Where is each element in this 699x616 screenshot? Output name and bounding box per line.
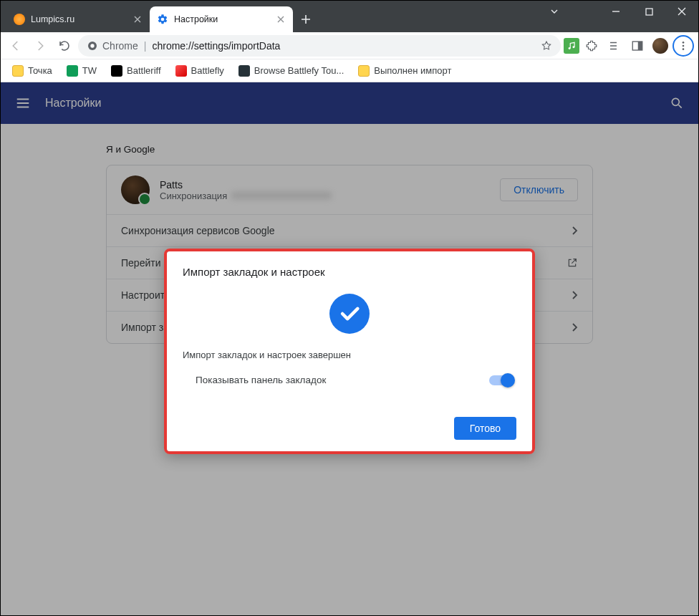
toolbar-actions <box>564 35 694 57</box>
bookmark-item[interactable]: Battlefly <box>170 62 230 80</box>
bookmark-label: TW <box>82 65 97 76</box>
svg-point-2 <box>90 44 94 47</box>
tab-settings[interactable]: Настройки <box>150 6 293 32</box>
close-window-button[interactable] <box>665 1 698 22</box>
bookmarks-bar: Точка TW Battleriff Battlefly Browse Bat… <box>1 59 698 82</box>
tab-title: Lumpics.ru <box>31 14 127 24</box>
gear-icon <box>157 14 168 25</box>
bookmark-item[interactable]: Browse Battlefy Tou... <box>233 62 350 80</box>
url-text: chrome://settings/importData <box>152 40 280 52</box>
toggle-label: Показывать панель закладок <box>196 375 326 385</box>
svg-rect-6 <box>638 42 642 50</box>
back-button[interactable] <box>5 35 26 57</box>
checkmark-icon <box>329 294 370 334</box>
tab-strip: Lumpics.ru Настройки <box>1 6 538 32</box>
browser-menu-button[interactable] <box>673 35 694 57</box>
dialog-title: Импорт закладок и настроек <box>183 266 516 278</box>
bookmark-label: Выполнен импорт <box>374 65 451 76</box>
sheets-icon <box>67 65 78 77</box>
scheme-label: Chrome <box>102 40 138 52</box>
close-icon[interactable] <box>132 14 143 24</box>
reload-button[interactable] <box>54 35 75 57</box>
bookmark-label: Browse Battlefy Tou... <box>254 65 344 76</box>
minimize-button[interactable] <box>599 1 632 22</box>
dialog-message: Импорт закладок и настроек завершен <box>183 350 516 360</box>
reading-list-icon[interactable] <box>604 35 625 57</box>
show-bookmarks-bar-toggle-row: Показывать панель закладок <box>183 372 516 388</box>
profile-avatar[interactable] <box>650 35 671 57</box>
done-button[interactable]: Готово <box>454 417 516 440</box>
forward-button[interactable] <box>29 35 51 57</box>
svg-rect-0 <box>646 9 652 15</box>
folder-icon <box>358 65 370 77</box>
star-icon[interactable] <box>541 40 552 52</box>
tab-title: Настройки <box>174 14 270 24</box>
url-separator: | <box>144 40 147 52</box>
bookmark-label: Battleriff <box>127 65 160 76</box>
bookmark-item[interactable]: TW <box>61 62 102 80</box>
extensions-icon[interactable] <box>581 35 602 57</box>
site-icon <box>175 65 187 77</box>
browser-toolbar: Chrome | chrome://settings/importData <box>1 32 698 59</box>
svg-point-3 <box>569 47 571 49</box>
site-icon <box>238 65 250 77</box>
favicon-lumpics <box>14 14 25 25</box>
new-tab-button[interactable] <box>296 9 316 29</box>
browser-titlebar: Lumpics.ru Настройки <box>1 1 698 32</box>
chevron-down-icon[interactable] <box>538 1 571 22</box>
close-icon[interactable] <box>276 14 286 24</box>
svg-point-7 <box>683 42 685 44</box>
svg-point-9 <box>683 48 685 50</box>
import-dialog-wrapper: Импорт закладок и настроек Импорт заклад… <box>164 249 535 454</box>
bookmark-item[interactable]: Точка <box>6 62 58 80</box>
extension-music-icon[interactable] <box>564 38 579 54</box>
address-bar[interactable]: Chrome | chrome://settings/importData <box>78 35 561 57</box>
folder-icon <box>12 65 24 77</box>
highlight-frame: Импорт закладок и настроек Импорт заклад… <box>164 249 535 454</box>
bookmark-item[interactable]: Battleriff <box>105 62 166 80</box>
svg-point-4 <box>572 46 574 48</box>
bookmark-label: Battlefly <box>191 65 224 76</box>
bookmark-item[interactable]: Выполнен импорт <box>352 62 457 80</box>
svg-point-8 <box>683 44 685 47</box>
import-dialog: Импорт закладок и настроек Импорт заклад… <box>167 251 532 451</box>
window-controls <box>538 1 698 32</box>
side-panel-icon[interactable] <box>627 35 648 57</box>
bookmark-label: Точка <box>28 65 52 76</box>
tab-lumpics[interactable]: Lumpics.ru <box>6 6 150 32</box>
site-icon <box>111 65 122 77</box>
chrome-scheme-icon: Chrome <box>87 40 138 52</box>
toggle-switch[interactable] <box>489 375 514 385</box>
maximize-button[interactable] <box>632 1 665 22</box>
